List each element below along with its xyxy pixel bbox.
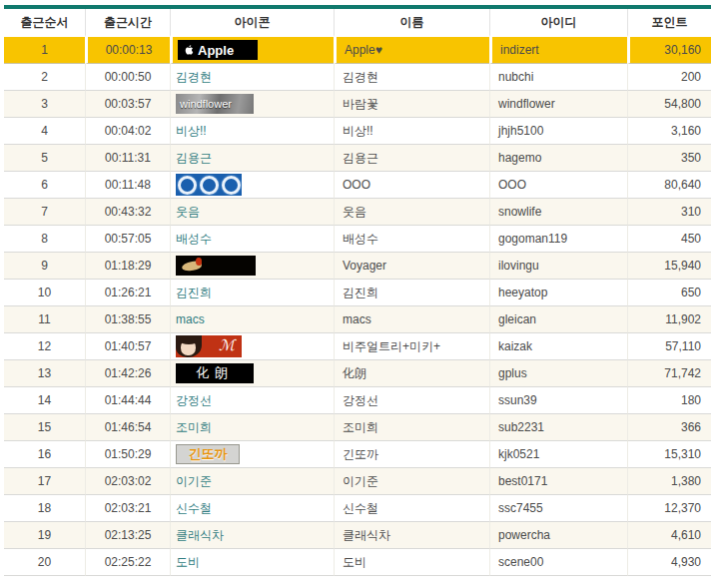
- hwarang-icon[interactable]: 化朗: [176, 363, 254, 383]
- girlm-icon[interactable]: ℳ: [176, 335, 242, 357]
- icon-cell: ℳ: [170, 333, 334, 360]
- id-cell: gleican: [489, 306, 627, 333]
- member-link[interactable]: 클래식차: [176, 528, 224, 542]
- icon-cell: Apple: [170, 37, 334, 64]
- time-cell: 01:50:29: [85, 441, 170, 468]
- header-row: 출근순서 출근시간 아이콘 이름 아이디 포인트: [4, 9, 711, 37]
- circle-shape: [178, 176, 197, 195]
- name-cell: 김진희: [334, 280, 489, 306]
- member-link[interactable]: 도비: [176, 555, 200, 569]
- id-cell: gplus: [489, 360, 627, 387]
- table-row: 15 01:46:54 조미희 조미희 sub2231 366: [4, 414, 711, 441]
- ginttoka-icon[interactable]: 긴또까: [176, 444, 240, 464]
- rank-cell: 10: [4, 280, 85, 306]
- table-row: 3 00:03:57 windflower 바람꽃 windflower 54,…: [4, 91, 711, 118]
- member-link[interactable]: 웃음: [176, 205, 200, 219]
- rank-cell: 3: [4, 91, 85, 118]
- member-link[interactable]: 김용근: [176, 151, 212, 165]
- id-cell: gogoman119: [489, 226, 627, 253]
- table-row: 14 01:44:44 강정선 강정선 ssun39 180: [4, 387, 711, 414]
- apple-icon[interactable]: Apple: [178, 40, 258, 60]
- table-row: 1 00:00:13 Apple Apple♥ indizert 30,160: [4, 37, 711, 64]
- time-cell: 01:26:21: [85, 280, 170, 306]
- windflower-icon[interactable]: windflower: [176, 94, 254, 114]
- table-row: 10 01:26:21 김진희 김진희 heeyatop 650: [4, 280, 711, 306]
- points-cell: 350: [627, 145, 711, 172]
- id-cell: indizert: [489, 37, 627, 64]
- rank-cell: 11: [4, 306, 85, 333]
- ooo-icon[interactable]: [176, 174, 242, 196]
- name-cell: 이기준: [334, 468, 489, 495]
- icon-cell: 긴또까: [170, 441, 334, 468]
- name-cell: 신수철: [334, 495, 489, 522]
- member-link[interactable]: 김진희: [176, 286, 212, 299]
- voyager-icon[interactable]: [176, 256, 256, 276]
- circle-shape: [200, 176, 219, 195]
- time-cell: 00:11:31: [85, 145, 170, 172]
- member-link[interactable]: 조미희: [176, 420, 212, 434]
- table-row: 13 01:42:26 化朗 化朗 gplus 71,742: [4, 360, 711, 387]
- icon-cell: 신수철: [170, 495, 334, 522]
- name-cell: 化朗: [334, 360, 489, 387]
- name-cell: 김용근: [334, 145, 489, 172]
- icon-cell: macs: [170, 306, 334, 333]
- rank-cell: 14: [4, 387, 85, 414]
- attendance-table: 출근순서 출근시간 아이콘 이름 아이디 포인트 1 00:00:13 Appl…: [4, 5, 711, 576]
- points-cell: 180: [627, 387, 711, 414]
- member-link[interactable]: macs: [176, 312, 205, 326]
- rank-cell: 13: [4, 360, 85, 387]
- time-cell: 01:18:29: [85, 253, 170, 280]
- member-link[interactable]: 신수철: [176, 501, 212, 515]
- rank-cell: 6: [4, 172, 85, 199]
- name-cell: 비상!!: [334, 118, 489, 145]
- icon-cell: 이기준: [170, 468, 334, 495]
- table-row: 18 02:03:21 신수철 신수철 ssc7455 12,370: [4, 495, 711, 522]
- table-row: 19 02:13:25 클래식차 클래식차 powercha 4,610: [4, 522, 711, 549]
- icon-cell: 강정선: [170, 387, 334, 414]
- points-cell: 15,940: [627, 253, 711, 280]
- points-cell: 1,380: [627, 468, 711, 495]
- rank-cell: 17: [4, 468, 85, 495]
- name-cell: 배성수: [334, 226, 489, 253]
- id-cell: snowlife: [489, 199, 627, 226]
- time-cell: 00:00:50: [85, 64, 170, 91]
- col-header-time: 출근시간: [85, 9, 170, 37]
- icon-cell: windflower: [170, 91, 334, 118]
- points-cell: 71,742: [627, 360, 711, 387]
- time-cell: 00:57:05: [85, 226, 170, 253]
- name-cell: 비주얼트리+미키+: [334, 333, 489, 360]
- rank-cell: 19: [4, 522, 85, 549]
- rank-cell: 20: [4, 549, 85, 576]
- table-row: 9 01:18:29 Voyager ilovingu 15,940: [4, 253, 711, 280]
- id-cell: sub2231: [489, 414, 627, 441]
- rank-cell: 16: [4, 441, 85, 468]
- id-cell: kjk0521: [489, 441, 627, 468]
- script-m-label: ℳ: [219, 336, 235, 354]
- member-link[interactable]: 비상!!: [176, 124, 207, 138]
- name-cell: Apple♥: [334, 37, 489, 64]
- table-row: 4 00:04:02 비상!! 비상!! jhjh5100 3,160: [4, 118, 711, 145]
- rank-cell: 2: [4, 64, 85, 91]
- points-cell: 4,610: [627, 522, 711, 549]
- table-row: 8 00:57:05 배성수 배성수 gogoman119 450: [4, 226, 711, 253]
- points-cell: 80,640: [627, 172, 711, 199]
- member-link[interactable]: 강정선: [176, 393, 212, 407]
- rank-cell: 8: [4, 226, 85, 253]
- time-cell: 00:00:13: [85, 37, 170, 64]
- member-link[interactable]: 배성수: [176, 232, 212, 246]
- points-cell: 30,160: [627, 37, 711, 64]
- table-row: 6 00:11:48 OOO OOO 80,640: [4, 172, 711, 199]
- member-link[interactable]: 이기준: [176, 474, 212, 488]
- name-cell: macs: [334, 306, 489, 333]
- points-cell: 57,110: [627, 333, 711, 360]
- time-cell: 02:25:22: [85, 549, 170, 576]
- icon-cell: [170, 172, 334, 199]
- time-cell: 01:38:55: [85, 306, 170, 333]
- col-header-rank: 출근순서: [4, 9, 85, 37]
- name-cell: 도비: [334, 549, 489, 576]
- member-link[interactable]: 김경현: [176, 70, 212, 84]
- time-cell: 01:44:44: [85, 387, 170, 414]
- rank-cell: 18: [4, 495, 85, 522]
- table-row: 2 00:00:50 김경현 김경현 nubchi 200: [4, 64, 711, 91]
- rank-cell: 7: [4, 199, 85, 226]
